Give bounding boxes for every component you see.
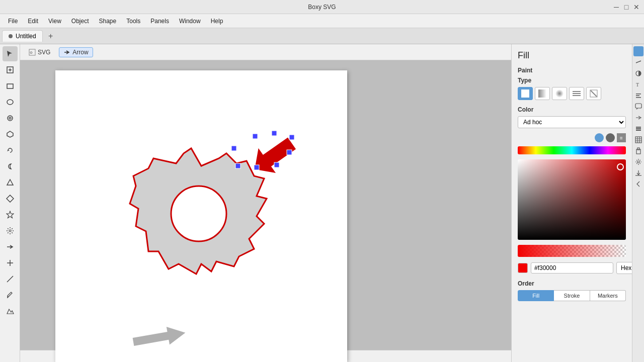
settings-icon[interactable] <box>633 157 643 167</box>
maximize-button[interactable]: □ <box>623 4 630 11</box>
svg-rect-39 <box>635 137 641 143</box>
handle-2[interactable] <box>272 131 277 136</box>
back-icon[interactable] <box>633 179 643 189</box>
export-icon[interactable] <box>633 168 643 178</box>
chat-icon[interactable] <box>633 102 643 112</box>
tool-polygon[interactable] <box>3 127 18 142</box>
arrow-panel-icon[interactable] <box>633 113 643 123</box>
text-icon[interactable]: T <box>633 79 643 89</box>
menu-tools[interactable]: Tools <box>122 17 144 26</box>
gray-arrow[interactable] <box>132 324 187 351</box>
order-fill[interactable]: Fill <box>518 290 554 301</box>
svg-rect-34 <box>636 97 641 98</box>
order-markers[interactable]: Markers <box>590 290 626 301</box>
align-icon[interactable] <box>633 90 643 101</box>
menu-view[interactable]: View <box>44 17 65 26</box>
svg-marker-7 <box>7 131 13 137</box>
svg-rect-35 <box>635 104 641 108</box>
tool-plus[interactable] <box>3 255 18 270</box>
color-picker-handle[interactable] <box>617 163 624 170</box>
color-mode-circle[interactable] <box>595 133 604 142</box>
window-controls: ─ □ ✕ <box>613 4 640 11</box>
order-label: Order <box>518 280 626 287</box>
arrow-label: Arrow <box>72 49 88 56</box>
current-color-strip <box>518 245 626 257</box>
color-mode-dark[interactable] <box>606 133 615 142</box>
color-mode-buttons: ≡ <box>518 133 626 142</box>
tool-circle[interactable] <box>3 111 18 126</box>
canvas-svg <box>55 70 347 362</box>
svg-button[interactable]: ✿ SVG <box>24 47 55 57</box>
tool-moon[interactable] <box>3 159 18 174</box>
type-none[interactable] <box>586 87 601 100</box>
color-mode-list[interactable]: ≡ <box>617 133 626 142</box>
tool-line[interactable] <box>3 272 18 287</box>
type-solid[interactable] <box>518 87 533 100</box>
type-linear-gradient[interactable] <box>535 87 550 100</box>
arrow-button[interactable]: Arrow <box>59 47 93 57</box>
menu-help[interactable]: Help <box>207 17 227 26</box>
menubar: File Edit View Object Shape Tools Panels… <box>0 14 644 28</box>
right-side: Fill Paint Type <box>511 44 644 362</box>
svg-point-6 <box>9 117 11 119</box>
type-buttons <box>518 87 626 100</box>
handle-3[interactable] <box>289 135 294 140</box>
handle-5[interactable] <box>287 150 292 155</box>
tool-diamond[interactable] <box>3 191 18 206</box>
minimize-button[interactable]: ─ <box>613 4 620 11</box>
tool-arrow[interactable] <box>3 239 18 254</box>
layers-icon[interactable] <box>633 124 643 134</box>
handle-7[interactable] <box>254 165 259 170</box>
svg-rect-36 <box>636 130 641 131</box>
svg-rect-37 <box>636 128 641 129</box>
menu-window[interactable]: Window <box>175 17 205 26</box>
tool-ellipse[interactable] <box>3 95 18 110</box>
canvas[interactable] <box>20 60 511 350</box>
tool-select[interactable] <box>3 46 18 61</box>
tool-gear[interactable] <box>3 223 18 238</box>
handle-8[interactable] <box>274 162 279 167</box>
tool-star[interactable] <box>3 207 18 222</box>
grid-icon[interactable] <box>633 135 643 145</box>
handle-1[interactable] <box>253 134 258 139</box>
tool-pen[interactable] <box>3 288 18 303</box>
close-button[interactable]: ✕ <box>633 4 640 11</box>
tool-zoom-fit[interactable] <box>3 62 18 77</box>
svg-point-4 <box>7 100 13 105</box>
type-pattern[interactable] <box>569 87 584 100</box>
stroke-panel-icon[interactable] <box>633 57 643 67</box>
canvas-inner <box>55 70 347 362</box>
canvas-area: ✿ SVG Arrow <box>20 44 511 362</box>
contrast-icon[interactable] <box>633 68 643 78</box>
color-picker[interactable] <box>518 159 626 240</box>
spectrum-bar[interactable] <box>518 146 626 154</box>
hex-format-select[interactable]: Hex <box>616 262 632 274</box>
tool-shape[interactable] <box>3 304 18 319</box>
fill-panel-icon[interactable] <box>633 46 643 56</box>
svg-rect-20 <box>521 89 529 98</box>
panel-content: Fill Paint Type <box>512 44 632 362</box>
tool-triangle[interactable] <box>3 175 18 190</box>
gear-shape[interactable] <box>130 148 267 274</box>
type-radial-gradient[interactable] <box>552 87 567 100</box>
menu-panels[interactable]: Panels <box>146 17 173 26</box>
app-title: Boxy SVG <box>308 4 336 11</box>
menu-file[interactable]: File <box>4 17 22 26</box>
handle-6[interactable] <box>235 163 240 168</box>
tool-rotate[interactable] <box>3 143 18 158</box>
handle-4[interactable] <box>231 146 236 151</box>
tab-untitled[interactable]: Untitled <box>2 30 43 42</box>
building-icon[interactable] <box>633 146 643 156</box>
paint-label: Paint <box>518 67 626 74</box>
svg-point-46 <box>637 161 639 163</box>
menu-edit[interactable]: Edit <box>24 17 42 26</box>
menu-object[interactable]: Object <box>67 17 93 26</box>
add-tab-button[interactable]: + <box>45 30 57 42</box>
order-stroke[interactable]: Stroke <box>554 290 590 301</box>
panel-title: Fill <box>518 50 626 61</box>
tool-rect[interactable] <box>3 78 18 94</box>
menu-shape[interactable]: Shape <box>95 17 121 26</box>
svg-line-29 <box>636 61 641 63</box>
hex-input[interactable] <box>531 262 613 274</box>
color-dropdown[interactable]: Ad hoc <box>518 116 626 128</box>
